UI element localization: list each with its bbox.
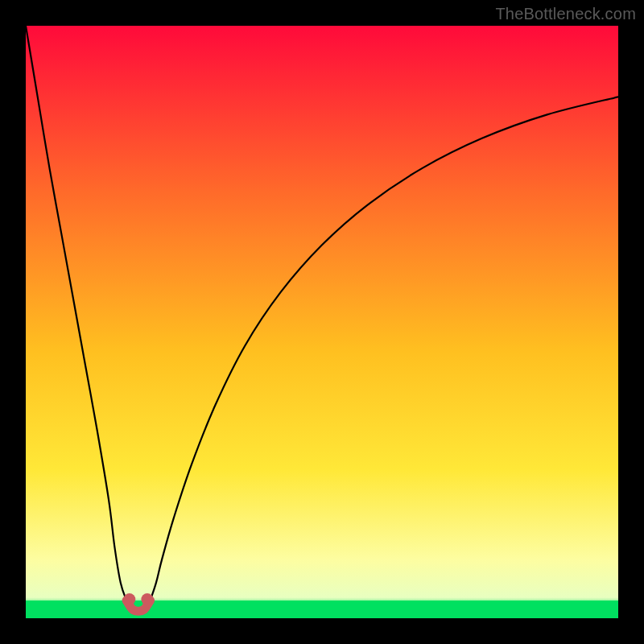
gradient-background [26, 26, 618, 618]
chart-frame: TheBottleneck.com [0, 0, 644, 644]
watermark-text: TheBottleneck.com [495, 5, 636, 23]
bottom-green-band [26, 601, 618, 618]
plot-area [26, 26, 618, 618]
chart-svg [26, 26, 618, 618]
valley-marker-1 [123, 593, 135, 605]
valley-marker-2 [141, 593, 153, 605]
